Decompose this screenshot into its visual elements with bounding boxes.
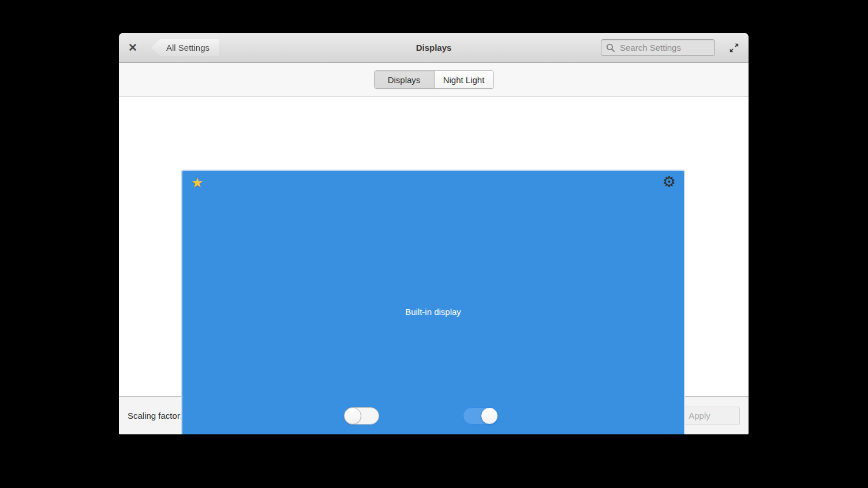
scaling-factor-label: Scaling factor: — [128, 411, 182, 421]
primary-display-star-icon[interactable]: ★ — [191, 174, 204, 193]
mirror-display-toggle[interactable] — [344, 407, 379, 425]
view-switcher: Displays Night Light — [374, 70, 494, 89]
settings-window: ✕ All Settings Displays Displays Night L… — [119, 33, 749, 434]
search-icon — [606, 43, 615, 52]
titlebar: ✕ All Settings Displays — [119, 33, 749, 63]
search-input[interactable] — [620, 43, 710, 52]
display-preview-built-in[interactable]: ★ ⚙ Built-in display — [182, 171, 684, 434]
tab-night-light[interactable]: Night Light — [434, 71, 493, 88]
display-name-label: Built-in display — [182, 306, 684, 316]
fullscreen-expand-icon[interactable] — [729, 43, 739, 53]
rotation-lock-toggle[interactable] — [463, 407, 498, 425]
tab-bar: Displays Night Light — [119, 63, 749, 97]
tab-displays[interactable]: Displays — [375, 71, 434, 88]
toggle-knob — [481, 407, 498, 425]
toggle-knob — [344, 407, 361, 425]
search-input-container[interactable] — [601, 39, 715, 56]
display-arrangement-area: ★ ⚙ Built-in display — [119, 97, 749, 396]
back-to-all-settings-button[interactable]: All Settings — [151, 39, 219, 56]
close-button[interactable]: ✕ — [128, 42, 143, 53]
display-settings-gear-icon[interactable]: ⚙ — [663, 172, 676, 192]
